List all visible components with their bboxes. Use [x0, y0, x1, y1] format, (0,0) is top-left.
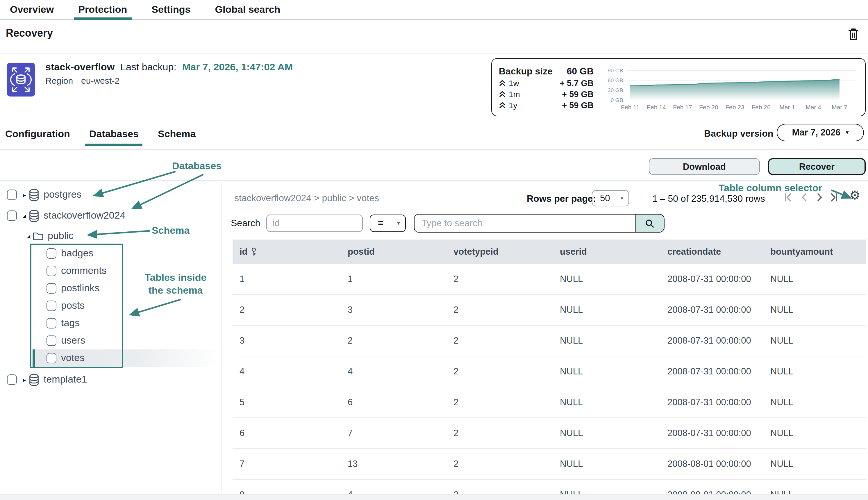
- cell-votetypeid: 2: [454, 305, 560, 315]
- nav-item-overview[interactable]: Overview: [10, 0, 54, 19]
- operator-select[interactable]: = ▾: [370, 215, 406, 232]
- chevron-expanded-icon[interactable]: ◢: [24, 234, 33, 239]
- page-title: Recovery: [6, 27, 53, 39]
- backup-version-select[interactable]: Mar 7, 2026 ▾: [777, 124, 864, 141]
- cell-userid: NULL: [560, 428, 667, 439]
- tree-node-users[interactable]: users: [30, 332, 216, 350]
- cell-postid: 7: [348, 428, 454, 439]
- column-label: bountyamount: [770, 247, 833, 257]
- column-header-votetypeid[interactable]: votetypeid: [454, 247, 560, 257]
- table-label: users: [61, 335, 85, 346]
- checkbox[interactable]: [46, 266, 56, 276]
- search-icon: [645, 218, 655, 228]
- prev-page-button[interactable]: [799, 192, 810, 203]
- checkbox[interactable]: [46, 248, 56, 259]
- chevron-right-icon[interactable]: ▸: [20, 192, 28, 198]
- column-header-id[interactable]: id: [240, 247, 348, 257]
- column-header-postid[interactable]: postid: [348, 247, 454, 257]
- rows-per-page-select[interactable]: 50 ▾: [592, 190, 629, 206]
- table-row: 232NULL2008-07-31 00:00:00NULL: [232, 295, 866, 326]
- tab-databases[interactable]: Databases: [89, 124, 139, 140]
- tab-configuration[interactable]: Configuration: [5, 124, 70, 140]
- cell-id: 1: [240, 274, 348, 284]
- region-value: eu-west-2: [81, 76, 119, 86]
- tree-node-stackoverflow2024[interactable]: ◢ stackoverflow2024: [7, 208, 126, 223]
- column-header-userid[interactable]: userid: [560, 247, 667, 257]
- chevron-down-icon: ▾: [621, 196, 623, 201]
- checkbox[interactable]: [46, 318, 56, 329]
- column-header-bountyamount[interactable]: bountyamount: [770, 247, 866, 257]
- operator-value: =: [378, 218, 384, 228]
- tab-schema[interactable]: Schema: [158, 124, 196, 140]
- column-label: userid: [560, 247, 587, 257]
- annotation-tables-line1: Tables inside: [135, 272, 216, 284]
- cell-postid: 6: [348, 397, 454, 408]
- cell-userid: NULL: [560, 366, 667, 377]
- tree-node-template1[interactable]: ▸ template1: [7, 372, 87, 387]
- table-header-row: idpostidvotetypeiduseridcreationdateboun…: [232, 240, 866, 264]
- column-selector-gear-icon[interactable]: ⚙: [849, 189, 860, 201]
- table-body: 112NULL2008-07-31 00:00:00NULL232NULL200…: [232, 264, 866, 500]
- svg-text:Feb 26: Feb 26: [752, 104, 770, 111]
- tree-node-votes[interactable]: votes: [30, 350, 216, 367]
- tree-node-posts[interactable]: posts: [30, 297, 216, 315]
- checkbox[interactable]: [46, 283, 56, 294]
- checkbox[interactable]: [7, 190, 17, 200]
- resource-region: Region eu-west-2: [45, 76, 119, 86]
- nav-item-global-search[interactable]: Global search: [215, 0, 280, 19]
- divider: [0, 180, 868, 181]
- scroll-track[interactable]: [0, 494, 868, 500]
- database-icon: [28, 373, 39, 386]
- first-page-button[interactable]: [783, 192, 794, 203]
- checkbox[interactable]: [46, 300, 56, 311]
- schema-table-list: badgescommentspostlinkspoststagsusersvot…: [30, 245, 216, 367]
- recover-button[interactable]: Recover: [768, 158, 866, 175]
- nav-item-protection[interactable]: Protection: [78, 0, 127, 19]
- cell-postid: 1: [348, 274, 454, 284]
- checkbox[interactable]: [7, 374, 17, 385]
- search-field-input[interactable]: [266, 215, 363, 232]
- cell-postid: 4: [348, 366, 454, 377]
- cell-id: 6: [240, 428, 348, 439]
- database-icon: [28, 209, 39, 223]
- database-icon: [28, 188, 39, 202]
- last-page-button[interactable]: [828, 192, 839, 203]
- checkbox[interactable]: [46, 353, 56, 363]
- column-header-creationdate[interactable]: creationdate: [667, 247, 770, 257]
- search-button[interactable]: [635, 214, 664, 232]
- cell-id: 4: [240, 366, 348, 377]
- annotation-tables: Tables inside the schema: [135, 272, 216, 297]
- cell-creationdate: 2008-07-31 00:00:00: [667, 428, 770, 439]
- checkbox[interactable]: [7, 211, 17, 221]
- tree-node-tags[interactable]: tags: [30, 315, 216, 332]
- cell-bountyamount: NULL: [770, 336, 866, 346]
- cell-userid: NULL: [560, 397, 667, 408]
- column-label: id: [240, 247, 248, 257]
- search-label: Search: [231, 218, 260, 228]
- cell-votetypeid: 2: [454, 336, 560, 346]
- cell-creationdate: 2008-07-31 00:00:00: [667, 274, 770, 284]
- trash-icon[interactable]: [847, 27, 860, 41]
- cell-id: 2: [240, 305, 348, 315]
- table-row: 322NULL2008-07-31 00:00:00NULL: [232, 326, 866, 356]
- next-page-button[interactable]: [814, 192, 825, 203]
- search-input[interactable]: [414, 214, 636, 232]
- cell-userid: NULL: [560, 274, 667, 284]
- cell-postid: 13: [348, 459, 454, 469]
- cell-creationdate: 2008-08-01 00:00:00: [667, 459, 770, 469]
- annotation-schema: Schema: [152, 225, 190, 237]
- chevron-expanded-icon[interactable]: ◢: [20, 213, 28, 218]
- tree-node-postgres[interactable]: ▸ postgres: [7, 187, 81, 202]
- nav-item-settings[interactable]: Settings: [151, 0, 191, 19]
- table-label: postlinks: [61, 283, 100, 294]
- resource-header: stack-overflow Last backup: Mar 7, 2026,…: [45, 61, 293, 73]
- tree-node-public-schema[interactable]: ◢ public: [24, 228, 73, 243]
- top-nav: OverviewProtectionSettingsGlobal search: [0, 0, 868, 20]
- svg-text:Feb 20: Feb 20: [699, 104, 718, 111]
- chevron-right-icon[interactable]: ▸: [20, 376, 28, 383]
- checkbox[interactable]: [46, 336, 56, 346]
- chevron-down-icon: ▾: [397, 220, 400, 226]
- tree-node-badges[interactable]: badges: [30, 245, 216, 262]
- data-grid: idpostidvotetypeiduseridcreationdateboun…: [232, 240, 866, 500]
- download-button[interactable]: Download: [649, 158, 760, 175]
